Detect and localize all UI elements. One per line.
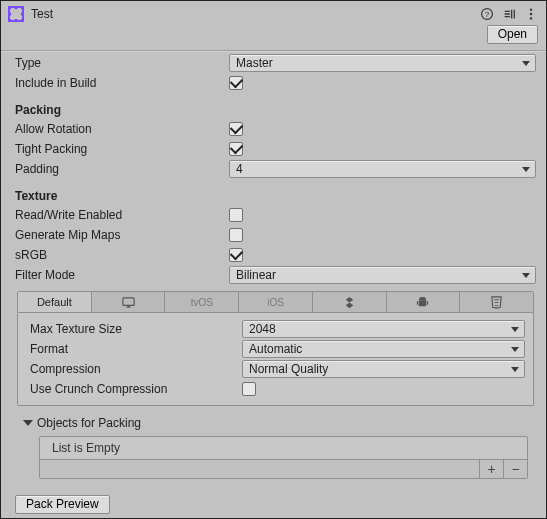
menu-icon[interactable]: [524, 7, 538, 21]
srgb-label: sRGB: [15, 248, 229, 262]
texture-section-header: Texture: [15, 189, 536, 203]
type-dropdown[interactable]: Master: [229, 54, 536, 72]
add-button[interactable]: +: [479, 460, 503, 478]
compression-dropdown[interactable]: Normal Quality: [242, 360, 525, 378]
filter-label: Filter Mode: [15, 268, 229, 282]
rw-label: Read/Write Enabled: [15, 208, 229, 222]
android-icon: [415, 295, 430, 310]
compression-label: Compression: [30, 362, 242, 376]
srgb-checkbox[interactable]: [229, 248, 243, 262]
mip-checkbox[interactable]: [229, 228, 243, 242]
svg-point-12: [530, 13, 532, 15]
chevron-down-icon: [23, 420, 33, 426]
svg-rect-15: [419, 300, 427, 306]
tab-tvos[interactable]: tvOS: [165, 292, 239, 312]
svg-rect-17: [427, 301, 428, 305]
tab-standalone[interactable]: [92, 292, 166, 312]
platform-settings-pane: Max Texture Size 2048 Format Automatic C…: [17, 313, 534, 406]
mip-label: Generate Mip Maps: [15, 228, 229, 242]
format-dropdown[interactable]: Automatic: [242, 340, 525, 358]
packing-section-header: Packing: [15, 103, 536, 117]
allow-rotation-label: Allow Rotation: [15, 122, 229, 136]
svg-rect-8: [21, 13, 24, 16]
preset-icon[interactable]: [502, 7, 516, 21]
rw-checkbox[interactable]: [229, 208, 243, 222]
asset-name: Test: [31, 7, 474, 21]
sprite-atlas-icon: [7, 5, 25, 23]
crunch-label: Use Crunch Compression: [30, 382, 242, 396]
objects-for-packing: Objects for Packing List is Empty + −: [17, 414, 534, 479]
padding-dropdown[interactable]: 4: [229, 160, 536, 178]
objects-for-packing-label: Objects for Packing: [37, 416, 141, 430]
include-label: Include in Build: [15, 76, 229, 90]
svg-rect-1: [8, 6, 11, 9]
tight-packing-checkbox[interactable]: [229, 142, 243, 156]
type-label: Type: [15, 56, 229, 70]
remove-button[interactable]: −: [503, 460, 527, 478]
svg-point-13: [530, 17, 532, 19]
inspector-header: Test ? Open: [1, 1, 546, 46]
pack-preview-button[interactable]: Pack Preview: [15, 495, 110, 514]
monitor-icon: [121, 295, 136, 310]
svg-rect-16: [417, 301, 418, 305]
packing-list-empty: List is Empty: [40, 437, 527, 459]
tab-android[interactable]: [387, 292, 461, 312]
platform-override-panel: Default tvOS iOS Max Texture Size 2048 F…: [17, 291, 534, 406]
tab-lumin[interactable]: [313, 292, 387, 312]
svg-point-11: [530, 8, 532, 10]
html5-icon: [489, 295, 504, 310]
svg-rect-14: [122, 297, 133, 305]
packing-list: List is Empty + −: [39, 436, 528, 479]
max-tex-dropdown[interactable]: 2048: [242, 320, 525, 338]
tab-webgl[interactable]: [460, 292, 533, 312]
tab-default[interactable]: Default: [18, 292, 92, 312]
filter-dropdown[interactable]: Bilinear: [229, 266, 536, 284]
format-label: Format: [30, 342, 242, 356]
tight-packing-label: Tight Packing: [15, 142, 229, 156]
open-button[interactable]: Open: [487, 25, 538, 44]
svg-rect-3: [8, 19, 11, 22]
svg-rect-7: [8, 13, 11, 16]
crunch-checkbox[interactable]: [242, 382, 256, 396]
svg-rect-2: [21, 6, 24, 9]
svg-text:?: ?: [485, 10, 490, 19]
tab-ios[interactable]: iOS: [239, 292, 313, 312]
objects-for-packing-header[interactable]: Objects for Packing: [23, 414, 528, 432]
lumin-icon: [342, 295, 357, 310]
help-icon[interactable]: ?: [480, 7, 494, 21]
include-checkbox[interactable]: [229, 76, 243, 90]
svg-rect-5: [15, 6, 18, 9]
platform-tabs: Default tvOS iOS: [17, 291, 534, 313]
svg-rect-6: [15, 19, 18, 22]
svg-rect-0: [9, 7, 23, 21]
properties-panel: Type Master Include in Build Packing All…: [1, 51, 546, 485]
max-tex-label: Max Texture Size: [30, 322, 242, 336]
padding-label: Padding: [15, 162, 229, 176]
allow-rotation-checkbox[interactable]: [229, 122, 243, 136]
svg-rect-4: [21, 19, 24, 22]
